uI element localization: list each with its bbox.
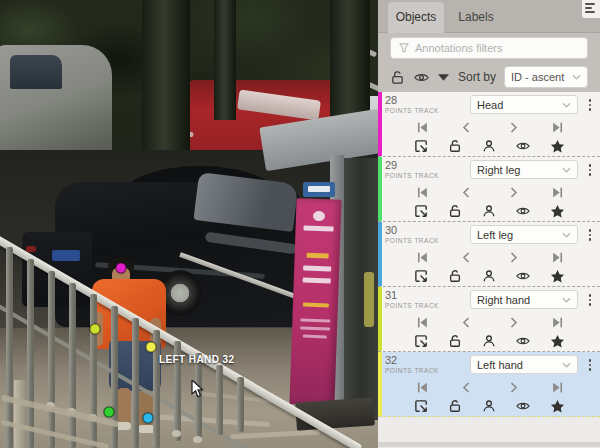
railing-bar [69, 283, 76, 448]
sort-by-label: Sort by [458, 70, 496, 84]
point-left-hand[interactable] [146, 342, 157, 353]
object-item-31[interactable]: 31 POINTS TRACK Right hand [378, 287, 600, 352]
lock-all-icon[interactable] [390, 70, 405, 85]
annotation-canvas[interactable]: LEFT HAND 32 [0, 0, 378, 448]
last-keyframe-icon[interactable] [548, 378, 568, 396]
chevron-down-icon [562, 167, 571, 173]
outside-switch-icon[interactable] [411, 332, 431, 350]
point-tooltip-label: LEFT HAND 32 [159, 354, 234, 365]
next-keyframe-icon[interactable] [503, 248, 523, 266]
object-label: Left hand [477, 359, 523, 371]
hidden-switch-eye-icon[interactable] [513, 267, 533, 285]
sort-order-value: ID - ascent [511, 71, 564, 83]
outside-switch-icon[interactable] [411, 397, 431, 415]
last-keyframe-icon[interactable] [548, 313, 568, 331]
first-keyframe-icon[interactable] [412, 118, 432, 136]
occluded-switch-icon[interactable] [479, 202, 499, 220]
occluded-switch-icon[interactable] [479, 332, 499, 350]
next-keyframe-icon[interactable] [503, 378, 523, 396]
hidden-switch-eye-icon[interactable] [513, 202, 533, 220]
mouse-cursor [191, 380, 204, 398]
hidden-switch-eye-icon[interactable] [513, 397, 533, 415]
next-keyframe-icon[interactable] [503, 118, 523, 136]
chevron-down-icon [562, 102, 571, 108]
railing-bar [27, 259, 34, 448]
occluded-switch-icon[interactable] [479, 137, 499, 155]
prev-keyframe-icon[interactable] [457, 183, 477, 201]
keyframe-star-icon[interactable] [547, 267, 567, 285]
tab-objects[interactable]: Objects [388, 2, 444, 33]
point-right-hand[interactable] [90, 324, 101, 335]
object-menu-button[interactable] [584, 95, 596, 115]
first-keyframe-icon[interactable] [412, 378, 432, 396]
railing-bar [6, 247, 13, 448]
object-label-select[interactable]: Left hand [470, 355, 578, 374]
tab-labels[interactable]: Labels [450, 2, 502, 33]
object-label: Right hand [477, 294, 530, 306]
point-head[interactable] [116, 263, 127, 274]
prev-keyframe-icon[interactable] [457, 118, 477, 136]
first-keyframe-icon[interactable] [412, 313, 432, 331]
prev-keyframe-icon[interactable] [457, 378, 477, 396]
last-keyframe-icon[interactable] [548, 248, 568, 266]
annotations-filter-input[interactable]: Annotations filters [390, 37, 588, 59]
hidden-switch-eye-icon[interactable] [513, 332, 533, 350]
railing-bar [237, 377, 244, 432]
object-label-select[interactable]: Right leg [470, 160, 578, 179]
outside-switch-icon[interactable] [411, 137, 431, 155]
object-label-select[interactable]: Left leg [470, 225, 578, 244]
list-controls-row: Sort by ID - ascent [390, 66, 588, 88]
expand-all-caret-icon[interactable] [438, 74, 449, 81]
stair-post [14, 380, 27, 448]
outside-switch-icon[interactable] [411, 267, 431, 285]
prev-keyframe-icon[interactable] [457, 313, 477, 331]
railing-bar [216, 365, 223, 435]
keyframe-star-icon[interactable] [547, 137, 567, 155]
keyframe-star-icon[interactable] [547, 332, 567, 350]
sort-order-select[interactable]: ID - ascent [504, 66, 588, 88]
object-item-28[interactable]: 28 POINTS TRACK Head [378, 92, 600, 157]
keyframe-star-icon[interactable] [547, 202, 567, 220]
point-left-leg[interactable] [143, 413, 154, 424]
last-keyframe-icon[interactable] [548, 118, 568, 136]
object-label: Head [477, 99, 503, 111]
outside-switch-icon[interactable] [411, 202, 431, 220]
object-item-30[interactable]: 30 POINTS TRACK Left leg [378, 222, 600, 287]
chevron-down-icon [562, 232, 571, 238]
object-list-empty-area [378, 417, 600, 442]
point-right-leg[interactable] [104, 407, 115, 418]
lock-switch-icon[interactable] [445, 332, 465, 350]
next-keyframe-icon[interactable] [503, 313, 523, 331]
tail-light [26, 246, 36, 252]
hide-all-eye-icon[interactable] [413, 70, 430, 85]
object-menu-button[interactable] [584, 290, 596, 310]
object-menu-button[interactable] [584, 225, 596, 245]
first-keyframe-icon[interactable] [412, 183, 432, 201]
object-label-select[interactable]: Head [470, 95, 578, 114]
lock-switch-icon[interactable] [445, 397, 465, 415]
object-label-select[interactable]: Right hand [470, 290, 578, 309]
hidden-switch-eye-icon[interactable] [513, 137, 533, 155]
next-keyframe-icon[interactable] [503, 183, 523, 201]
occluded-switch-icon[interactable] [479, 397, 499, 415]
object-menu-button[interactable] [584, 355, 596, 375]
sidebar-collapse-button[interactable] [582, 0, 600, 18]
railing-bar [48, 271, 55, 448]
chevron-down-icon [562, 297, 571, 303]
filter-placeholder: Annotations filters [415, 42, 502, 54]
object-item-32-selected[interactable]: 32 POINTS TRACK Left hand [378, 352, 600, 417]
lock-switch-icon[interactable] [445, 267, 465, 285]
object-item-29[interactable]: 29 POINTS TRACK Right leg [378, 157, 600, 222]
object-menu-button[interactable] [584, 160, 596, 180]
filter-funnel-icon [399, 43, 409, 53]
keyframe-star-icon[interactable] [547, 397, 567, 415]
first-keyframe-icon[interactable] [412, 248, 432, 266]
silver-car-window [10, 55, 62, 89]
lock-switch-icon[interactable] [445, 137, 465, 155]
last-keyframe-icon[interactable] [548, 183, 568, 201]
lock-switch-icon[interactable] [445, 202, 465, 220]
railing-bar [132, 318, 139, 448]
chevron-down-icon [572, 74, 581, 80]
occluded-switch-icon[interactable] [479, 267, 499, 285]
prev-keyframe-icon[interactable] [457, 248, 477, 266]
